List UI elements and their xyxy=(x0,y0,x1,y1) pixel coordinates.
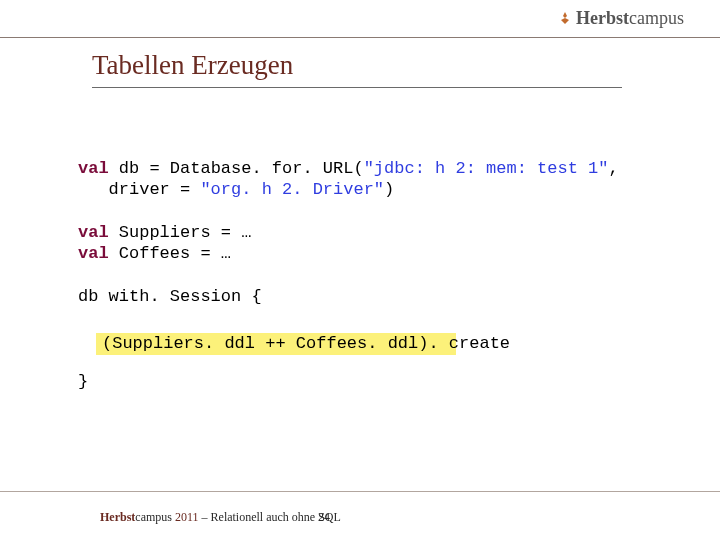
code-text: driver = xyxy=(78,180,200,199)
code-text: Coffees = … xyxy=(109,244,231,263)
string-literal: "org. h 2. Driver" xyxy=(200,180,384,199)
code-text: ) xyxy=(384,180,394,199)
brand-last: campus xyxy=(629,8,684,28)
footer-brand-last: campus xyxy=(135,510,175,524)
title-block: Tabellen Erzeugen xyxy=(92,50,622,88)
code-text: Suppliers = … xyxy=(109,223,252,242)
page-number: 24 xyxy=(318,510,330,525)
code-text: } xyxy=(78,372,88,391)
code-text: db = Database. for. URL( xyxy=(109,159,364,178)
footer-bar: Herbstcampus 2011 – Relationell auch ohn… xyxy=(0,491,720,492)
code-text: db with. Session { xyxy=(78,287,262,306)
leaf-icon xyxy=(558,9,572,23)
footer-brand-first: Herbst xyxy=(100,510,135,524)
code-text: , xyxy=(609,159,619,178)
top-bar: Herbstcampus xyxy=(0,0,720,38)
slide: Herbstcampus Tabellen Erzeugen val db = … xyxy=(0,0,720,540)
code-block: val db = Database. for. URL("jdbc: h 2: … xyxy=(78,158,619,392)
footer-year: 2011 xyxy=(175,510,199,524)
keyword-val: val xyxy=(78,244,109,263)
brand-first: Herbst xyxy=(576,8,629,28)
string-literal: "jdbc: h 2: mem: test 1" xyxy=(364,159,609,178)
footer-text: Herbstcampus 2011 – Relationell auch ohn… xyxy=(100,510,341,525)
title-underline xyxy=(92,87,622,88)
brand-logo: Herbstcampus xyxy=(558,8,684,29)
keyword-val: val xyxy=(78,159,109,178)
keyword-val: val xyxy=(78,223,109,242)
slide-title: Tabellen Erzeugen xyxy=(92,50,622,81)
highlighted-code: (Suppliers. ddl ++ Coffees. ddl). create xyxy=(102,334,510,353)
